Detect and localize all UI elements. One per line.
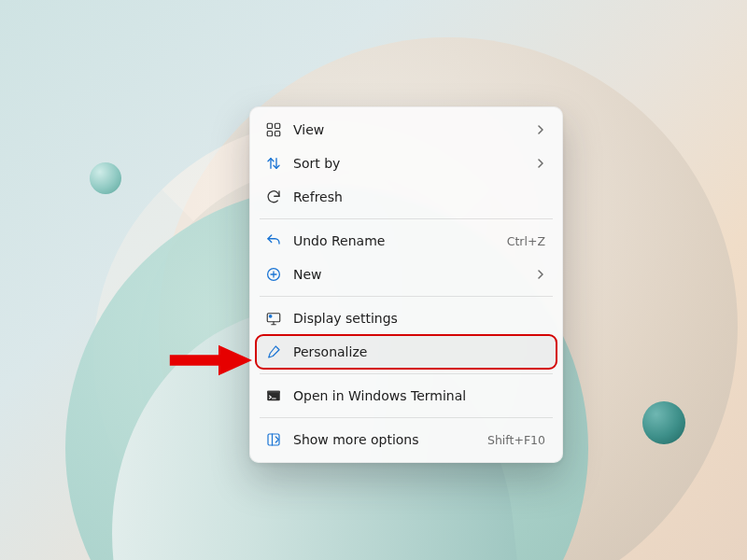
menu-item-label: Display settings: [293, 311, 547, 326]
more-options-icon: [265, 431, 282, 448]
refresh-icon: [265, 189, 282, 205]
menu-item-label: Show more options: [293, 432, 476, 447]
menu-item-accelerator: Ctrl+Z: [507, 234, 545, 248]
menu-item-accelerator: Shift+F10: [487, 433, 545, 447]
terminal-icon: [265, 387, 282, 404]
display-settings-icon: [265, 310, 282, 327]
menu-item-new[interactable]: New: [256, 258, 557, 291]
menu-item-label: Refresh: [293, 189, 547, 204]
menu-item-refresh[interactable]: Refresh: [256, 180, 557, 214]
svg-rect-9: [268, 434, 279, 445]
menu-separator: [260, 218, 553, 219]
grid-icon: [265, 121, 282, 138]
menu-item-label: Undo Rename: [293, 233, 496, 248]
sort-icon: [265, 155, 282, 172]
svg-rect-0: [267, 123, 272, 128]
desktop-context-menu: View Sort by Refresh: [249, 106, 563, 463]
svg-rect-2: [267, 132, 272, 136]
svg-rect-1: [275, 123, 280, 128]
menu-item-label: New: [293, 267, 523, 282]
menu-item-label: View: [293, 122, 523, 137]
menu-item-undo-rename[interactable]: Undo Rename Ctrl+Z: [256, 224, 557, 258]
svg-rect-3: [275, 132, 280, 136]
menu-item-label: Sort by: [293, 156, 523, 171]
menu-separator: [260, 373, 553, 374]
plus-circle-icon: [265, 266, 282, 283]
menu-item-show-more-options[interactable]: Show more options Shift+F10: [256, 423, 557, 456]
svg-rect-5: [267, 314, 280, 322]
menu-item-open-terminal[interactable]: Open in Windows Terminal: [256, 379, 557, 413]
menu-item-personalize[interactable]: Personalize: [256, 335, 557, 369]
chevron-right-icon: [534, 157, 547, 170]
menu-item-view[interactable]: View: [256, 113, 557, 147]
svg-rect-8: [267, 391, 280, 393]
menu-separator: [260, 417, 553, 418]
chevron-right-icon: [534, 123, 547, 136]
menu-item-display-settings[interactable]: Display settings: [256, 301, 557, 335]
menu-item-label: Open in Windows Terminal: [293, 388, 547, 403]
menu-item-label: Personalize: [293, 344, 547, 359]
svg-point-6: [269, 315, 273, 318]
paintbrush-icon: [265, 343, 282, 360]
chevron-right-icon: [534, 268, 547, 281]
undo-icon: [265, 232, 282, 249]
menu-separator: [260, 296, 553, 297]
menu-item-sort-by[interactable]: Sort by: [256, 147, 557, 180]
